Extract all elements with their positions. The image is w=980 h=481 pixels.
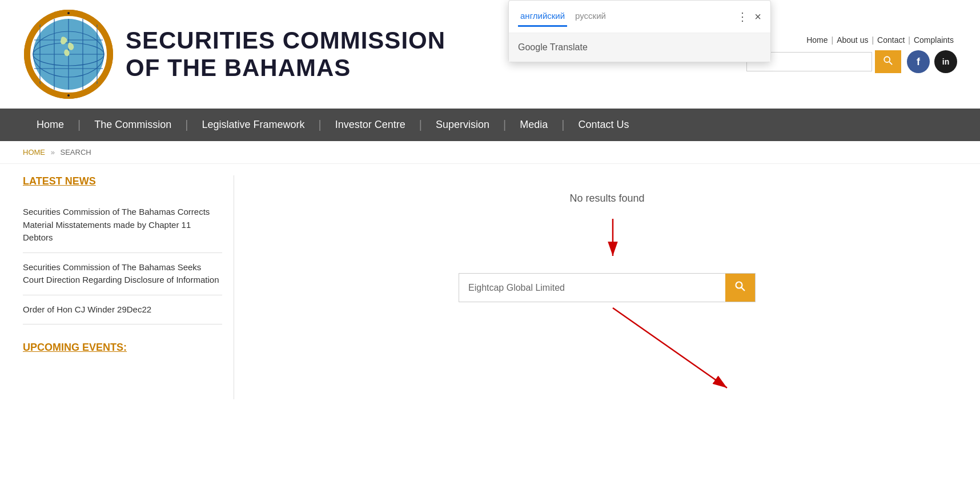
news-item-2[interactable]: Order of Hon CJ Winder 29Dec22 [23,295,222,325]
search-icon [883,55,893,66]
translate-more-icon[interactable]: ⋮ [737,10,749,23]
main-search-input[interactable] [459,276,725,300]
translate-tab-english[interactable]: английский [518,6,567,27]
svg-line-22 [742,288,745,291]
sidebar: LATEST NEWS Securities Commission of The… [23,175,234,399]
facebook-icon[interactable]: f [907,50,930,73]
nav-supervision[interactable]: Supervision [422,109,503,141]
about-link[interactable]: About us [833,35,871,45]
social-icons: f in [907,50,957,73]
translate-popup: английский русский ⋮ × Google Translate [508,0,771,62]
contact-link[interactable]: Contact [874,35,908,45]
upcoming-events-title[interactable]: UPCOMING EVENTS: [23,342,222,354]
site-header: SECURITIES COMMISSION OF THE BAHAMAS Hom… [0,0,980,109]
breadcrumb-current: SEARCH [60,148,91,157]
breadcrumb-sep: » [51,148,55,157]
top-links: Home | About us | Contact | Complaints [803,35,957,45]
site-logo[interactable] [23,9,114,100]
nav-contact[interactable]: Contact Us [565,109,643,141]
logo-area: SECURITIES COMMISSION OF THE BAHAMAS [23,9,445,100]
latest-news-title[interactable]: LATEST NEWS [23,175,222,187]
svg-line-24 [613,308,727,388]
svg-point-16 [67,94,70,97]
nav-legislative[interactable]: Legislative Framework [188,109,318,141]
translate-popup-body: Google Translate [509,33,770,62]
no-results-text: No results found [569,193,644,205]
svg-point-17 [884,57,890,62]
search-results-area: No results found [234,175,957,399]
diagonal-arrow [459,302,756,399]
news-item-0[interactable]: Securities Commission of The Bahamas Cor… [23,198,222,253]
home-link[interactable]: Home [803,35,831,45]
header-search-button[interactable] [875,50,901,73]
nav-investor[interactable]: Investor Centre [322,109,419,141]
nav-commission[interactable]: The Commission [81,109,185,141]
header-right: Home | About us | Contact | Complaints f… [746,35,957,73]
site-title: SECURITIES COMMISSION OF THE BAHAMAS [126,27,445,82]
google-translate-label: Google Translate [518,42,588,52]
svg-point-21 [736,282,742,288]
complaints-link[interactable]: Complaints [910,35,957,45]
main-search-button[interactable] [725,274,755,302]
nav-media[interactable]: Media [506,109,561,141]
main-search-icon [734,280,746,292]
news-item-1[interactable]: Securities Commission of The Bahamas See… [23,253,222,295]
arrow-decoration [459,216,756,273]
nav-home[interactable]: Home [23,109,78,141]
svg-line-18 [889,62,892,65]
linkedin-icon[interactable]: in [934,50,957,73]
breadcrumb: HOME » SEARCH [0,141,980,164]
main-search-box[interactable] [459,273,756,302]
translate-close-button[interactable]: × [754,11,761,22]
translate-tab-russian[interactable]: русский [573,6,608,27]
breadcrumb-home[interactable]: HOME [23,148,45,157]
main-nav: Home | The Commission | Legislative Fram… [0,109,980,141]
translate-popup-header: английский русский ⋮ × [509,1,770,33]
svg-point-15 [67,12,70,14]
main-content: LATEST NEWS Securities Commission of The… [0,164,980,411]
